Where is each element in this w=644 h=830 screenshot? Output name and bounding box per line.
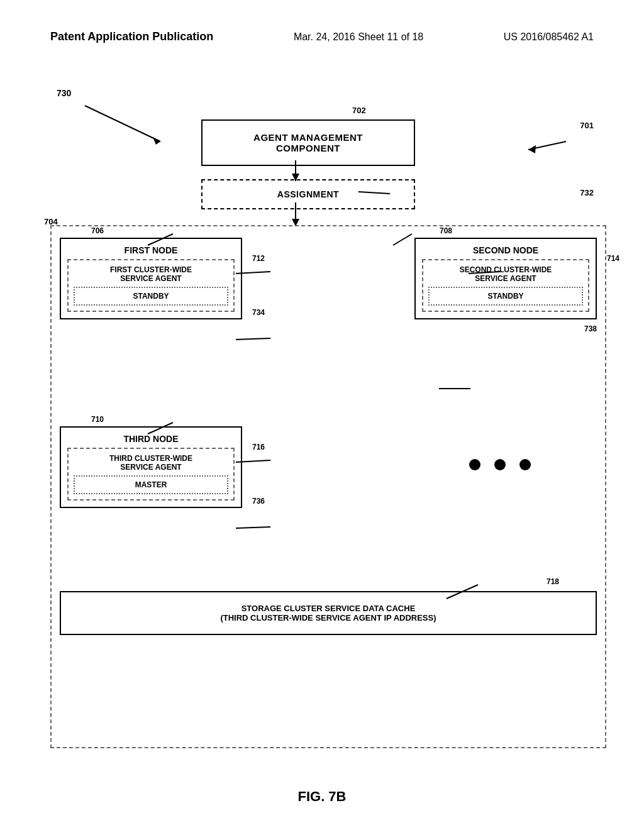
header-patent-number: US 2016/085462 A1	[504, 31, 594, 43]
standby-1-box: STANDBY	[74, 287, 228, 306]
three-dots	[469, 459, 531, 470]
storage-area: 718 STORAGE CLUSTER SERVICE DATA CACHE (…	[60, 591, 597, 635]
first-node-title: FIRST NODE	[67, 245, 235, 255]
third-cluster-label: THIRD CLUSTER-WIDE SERVICE AGENT	[74, 454, 228, 472]
label-732: 732	[580, 188, 594, 197]
first-cluster-dashed: 712 FIRST CLUSTER-WIDE SERVICE AGENT 734…	[67, 259, 235, 312]
dot-3	[519, 459, 531, 470]
label-706: 706	[91, 226, 104, 235]
second-node-title: SECOND NODE	[422, 245, 589, 255]
standby-2-box: STANDBY	[428, 287, 583, 306]
label-702: 702	[352, 106, 366, 115]
dot-1	[469, 459, 480, 470]
second-cluster-label: SECOND CLUSTER-WIDE SERVICE AGENT	[428, 265, 583, 283]
assignment-box: ASSIGNMENT	[201, 179, 415, 209]
second-cluster-dashed: 714 SECOND CLUSTER-WIDE SERVICE AGENT ST…	[422, 259, 589, 312]
third-node-title: THIRD NODE	[67, 434, 235, 444]
diagram-area: 730 702 AGENT MANAGEMENT COMPONENT 701 A…	[50, 82, 606, 748]
master-box: MASTER	[74, 475, 228, 494]
third-node-area: 710 THIRD NODE 716 THIRD CLUSTER-WIDE SE…	[60, 426, 242, 508]
third-cluster-dashed: 716 THIRD CLUSTER-WIDE SERVICE AGENT 736…	[67, 448, 235, 501]
first-node-area: 706 FIRST NODE 712 FIRST CLUSTER-WIDE SE…	[60, 238, 242, 319]
label-714: 714	[607, 254, 619, 263]
third-node-box: THIRD NODE 716 THIRD CLUSTER-WIDE SERVIC…	[60, 426, 242, 508]
label-712: 712	[252, 254, 265, 263]
first-node-box: FIRST NODE 712 FIRST CLUSTER-WIDE SERVIC…	[60, 238, 242, 319]
amc-box: AGENT MANAGEMENT COMPONENT	[201, 119, 415, 166]
label-734: 734	[252, 308, 265, 317]
first-cluster-label: FIRST CLUSTER-WIDE SERVICE AGENT	[74, 265, 228, 283]
label-704: 704	[44, 217, 58, 226]
svg-line-2	[528, 141, 566, 150]
label-738: 738	[584, 324, 597, 333]
page-header: Patent Application Publication Mar. 24, …	[0, 30, 644, 43]
label-701: 701	[580, 121, 594, 130]
storage-box: STORAGE CLUSTER SERVICE DATA CACHE (THIR…	[60, 591, 597, 635]
second-node-area: 708 SECOND NODE 714 SECOND CLUSTER-WIDE …	[414, 238, 597, 319]
svg-line-0	[85, 106, 160, 141]
label-736: 736	[252, 497, 265, 506]
second-node-box: SECOND NODE 714 SECOND CLUSTER-WIDE SERV…	[414, 238, 597, 319]
svg-marker-1	[153, 137, 160, 145]
svg-marker-3	[528, 145, 536, 153]
label-718: 718	[547, 577, 559, 586]
label-716: 716	[252, 443, 265, 451]
header-date-sheet: Mar. 24, 2016 Sheet 11 of 18	[294, 31, 423, 43]
label-708: 708	[440, 226, 452, 235]
header-publication: Patent Application Publication	[50, 30, 213, 43]
fig-label: FIG. 7B	[0, 788, 644, 805]
label-730: 730	[57, 88, 71, 98]
label-710: 710	[91, 415, 104, 424]
dot-2	[494, 459, 506, 470]
